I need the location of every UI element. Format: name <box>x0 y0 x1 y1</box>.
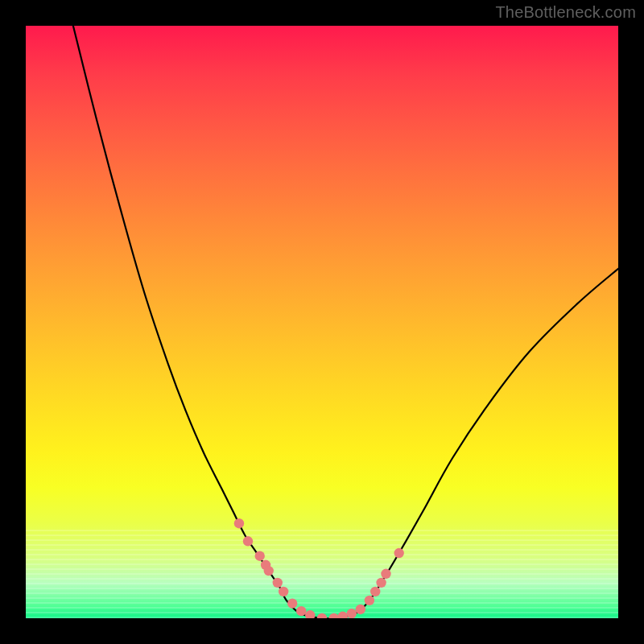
marker-dot <box>287 598 297 608</box>
marker-dot <box>365 596 374 605</box>
marker-dot <box>279 587 288 597</box>
plot-area <box>26 26 618 618</box>
marker-dot <box>394 548 403 558</box>
curve-path <box>73 26 618 618</box>
marker-dot <box>305 610 315 618</box>
marker-dot <box>376 578 386 588</box>
marker-dot <box>338 612 348 618</box>
bottleneck-curve <box>73 26 618 618</box>
watermark-text: TheBottleneck.com <box>495 3 636 22</box>
marker-dot <box>329 613 339 618</box>
marker-dot <box>234 518 244 528</box>
marker-dot <box>273 578 283 588</box>
marker-dot <box>381 569 390 579</box>
curve-layer <box>26 26 618 618</box>
marker-dot <box>370 587 380 597</box>
highlight-markers <box>234 518 404 618</box>
marker-dot <box>264 566 274 576</box>
marker-dot <box>347 609 357 618</box>
marker-dot <box>296 606 306 616</box>
marker-dot <box>317 613 327 618</box>
marker-dot <box>243 536 253 546</box>
marker-dot <box>255 551 265 561</box>
marker-dot <box>356 605 365 614</box>
chart-frame: TheBottleneck.com <box>0 0 644 644</box>
